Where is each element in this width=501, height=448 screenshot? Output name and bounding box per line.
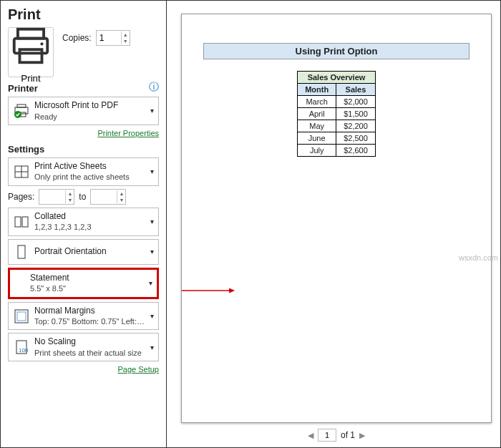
chevron-down-icon: ▾ — [150, 167, 154, 175]
chevron-down-icon: ▾ — [150, 312, 154, 320]
svg-rect-11 — [15, 217, 21, 227]
prev-page-button[interactable]: ◀ — [308, 431, 313, 440]
chevron-down-icon: ▾ — [150, 107, 154, 115]
svg-text:100: 100 — [19, 347, 29, 354]
table-title: Sales Overview — [298, 72, 376, 84]
margins-main: Normal Margins — [34, 306, 147, 317]
settings-heading: Settings — [8, 144, 159, 155]
collate-select[interactable]: Collated 1,2,3 1,2,3 1,2,3 ▾ — [8, 208, 159, 236]
paper-sub: 5.5" x 8.5" — [30, 283, 146, 293]
sheets-icon — [13, 163, 30, 180]
orientation-select[interactable]: Portrait Orientation ▾ — [8, 239, 159, 265]
pages-to-label: to — [79, 192, 86, 202]
printer-icon — [9, 21, 53, 70]
copies-label: Copies: — [62, 33, 92, 43]
svg-point-3 — [40, 42, 43, 45]
pages-from-down[interactable]: ▼ — [66, 197, 74, 203]
scaling-icon: 100 — [13, 339, 30, 356]
col-month: Month — [298, 84, 336, 96]
pages-label: Pages: — [8, 192, 34, 202]
svg-rect-15 — [17, 312, 26, 321]
chevron-down-icon: ▾ — [150, 248, 154, 255]
paper-size-select[interactable]: Statement 5.5" x 8.5" ▾ — [8, 268, 159, 299]
margins-icon — [13, 308, 30, 325]
svg-rect-5 — [17, 104, 26, 107]
print-button-label: Print — [21, 73, 40, 84]
svg-rect-12 — [22, 217, 28, 227]
current-page-input[interactable] — [318, 429, 336, 442]
pages-to-spinner[interactable]: ▲▼ — [90, 189, 126, 205]
copies-spinner[interactable]: ▲▼ — [96, 30, 130, 46]
pages-to-up[interactable]: ▲ — [117, 190, 125, 197]
copies-up[interactable]: ▲ — [122, 31, 130, 38]
margins-sub: Top: 0.75" Bottom: 0.75" Left:… — [34, 316, 147, 326]
scaling-sub: Print sheets at their actual size — [34, 348, 147, 358]
watermark: wsxdn.com — [459, 253, 498, 262]
print-what-main: Print Active Sheets — [34, 161, 147, 172]
pages-to-input[interactable] — [91, 190, 117, 204]
chevron-down-icon: ▾ — [150, 218, 154, 225]
copies-input[interactable] — [97, 31, 121, 45]
print-what-select[interactable]: Print Active Sheets Only print the activ… — [8, 157, 159, 186]
printer-name: Microsoft Print to PDF — [34, 100, 147, 112]
printer-properties-link[interactable]: Printer Properties — [97, 129, 159, 137]
table-row: May$2,200 — [298, 120, 376, 132]
collate-main: Collated — [34, 211, 147, 223]
margins-select[interactable]: Normal Margins Top: 0.75" Bottom: 0.75" … — [8, 302, 159, 331]
pages-from-up[interactable]: ▲ — [66, 190, 74, 197]
scaling-main: No Scaling — [34, 336, 147, 348]
chevron-down-icon: ▾ — [150, 344, 154, 351]
pages-from-input[interactable] — [39, 190, 65, 204]
copies-down[interactable]: ▼ — [122, 38, 130, 44]
page-setup-link[interactable]: Page Setup — [118, 365, 160, 374]
print-button[interactable]: Print — [8, 27, 54, 77]
paper-main: Statement — [30, 273, 146, 284]
print-preview: Using Print Option Sales Overview Month … — [181, 14, 492, 423]
page-total: of 1 — [341, 430, 355, 440]
pages-from-spinner[interactable]: ▲▼ — [39, 189, 74, 205]
printer-select[interactable]: Microsoft Print to PDF Ready ▾ — [8, 97, 159, 125]
table-row: June$2,500 — [298, 132, 376, 145]
printer-status: Ready — [34, 112, 147, 122]
pages-to-down[interactable]: ▼ — [117, 197, 125, 203]
portrait-icon — [13, 243, 30, 260]
svg-rect-0 — [18, 29, 44, 38]
scaling-select[interactable]: 100 No Scaling Print sheets at their act… — [8, 333, 159, 361]
chevron-down-icon: ▾ — [149, 279, 152, 287]
orientation-main: Portrait Orientation — [34, 246, 147, 258]
svg-rect-13 — [18, 245, 25, 258]
printer-heading: Printer — [8, 83, 38, 94]
svg-rect-2 — [20, 49, 42, 62]
col-sales: Sales — [336, 84, 376, 96]
table-row: March$2,000 — [298, 96, 376, 108]
next-page-button[interactable]: ▶ — [359, 431, 365, 440]
collate-sub: 1,2,3 1,2,3 1,2,3 — [34, 222, 147, 232]
page-navigator: ◀ of 1 ▶ — [181, 426, 492, 447]
table-row: July$2,600 — [298, 145, 376, 157]
print-what-sub: Only print the active sheets — [34, 172, 147, 182]
preview-table: Sales Overview Month Sales March$2,000 A… — [297, 71, 376, 157]
printer-status-icon — [13, 102, 30, 120]
doc-title: Using Print Option — [203, 43, 470, 59]
info-icon[interactable]: ⓘ — [149, 81, 159, 94]
collate-icon — [13, 213, 30, 230]
table-row: April$1,500 — [298, 108, 376, 120]
